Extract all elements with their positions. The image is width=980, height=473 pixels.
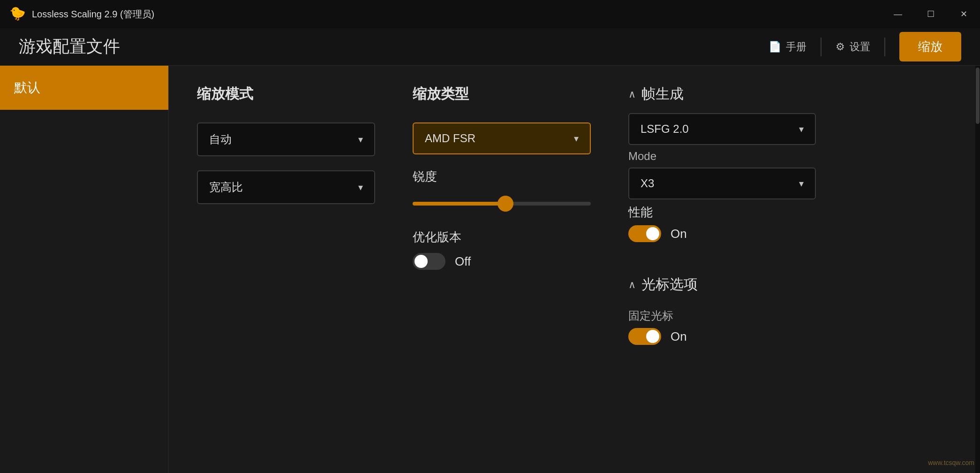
- manual-label: 手册: [786, 40, 807, 54]
- fg-dropdown-arrow: ▾: [799, 123, 804, 135]
- cursor-label: 光标选项: [641, 275, 698, 294]
- frame-gen-title: ∧ 帧生成: [628, 84, 816, 104]
- separator-2: [884, 38, 885, 56]
- manual-button[interactable]: 📄 手册: [769, 40, 807, 54]
- header: 游戏配置文件 📄 手册 ⚙ 设置 缩放: [0, 28, 980, 66]
- perf-toggle-label: On: [671, 227, 687, 241]
- version-toggle[interactable]: [413, 253, 445, 270]
- fg-dropdown[interactable]: LSFG 2.0 ▾: [628, 113, 816, 145]
- type-dropdown-value: AMD FSR: [425, 132, 475, 145]
- mode-dropdown-value: 自动: [209, 132, 232, 147]
- version-toggle-row: Off: [413, 253, 591, 270]
- close-button[interactable]: ✕: [947, 0, 980, 28]
- perf-toggle[interactable]: [628, 225, 661, 242]
- perf-label: 性能: [628, 204, 816, 221]
- mode-dropdown-arrow: ▾: [358, 134, 363, 145]
- scaling-mode-column: 缩放模式 自动 ▾ 宽高比 ▾: [197, 84, 375, 454]
- settings-button[interactable]: ⚙ 设置: [836, 40, 870, 54]
- cursor-title: ∧ 光标选项: [628, 275, 816, 294]
- mode-x3-value: X3: [641, 177, 654, 190]
- page-title: 游戏配置文件: [19, 35, 769, 58]
- mode-dropdown[interactable]: 自动 ▾: [197, 122, 375, 156]
- frame-gen-chevron: ∧: [628, 88, 636, 100]
- frame-gen-section: ∧ 帧生成 LSFG 2.0 ▾ Mode X3 ▾ 性能: [628, 84, 816, 242]
- cursor-chevron: ∧: [628, 279, 636, 291]
- settings-icon: ⚙: [836, 41, 845, 53]
- scale-button[interactable]: 缩放: [899, 32, 961, 61]
- fixed-cursor-toggle-label: On: [671, 329, 687, 344]
- frame-gen-label: 帧生成: [641, 84, 684, 104]
- title-bar: 🐤 Lossless Scaling 2.9 (管理员) — ☐ ✕: [0, 0, 980, 28]
- app-icon: 🐤: [9, 6, 26, 23]
- manual-icon: 📄: [769, 41, 781, 53]
- fg-dropdown-value: LSFG 2.0: [641, 122, 689, 136]
- ratio-dropdown[interactable]: 宽高比 ▾: [197, 170, 375, 204]
- version-toggle-knob: [415, 255, 428, 268]
- version-toggle-label: Off: [455, 254, 471, 269]
- main-layout: 默认 缩放模式 自动 ▾ 宽高比 ▾ 缩放类型 AMD FSR ▾ 锐度: [0, 66, 980, 473]
- watermark: www.tcsqw.com: [928, 458, 974, 467]
- ratio-dropdown-arrow: ▾: [358, 182, 363, 193]
- sharpness-slider-fill: [413, 202, 505, 206]
- right-column: ∧ 帧生成 LSFG 2.0 ▾ Mode X3 ▾ 性能: [628, 84, 816, 454]
- sharpness-slider-thumb[interactable]: [498, 196, 513, 212]
- mode-label: Mode: [628, 150, 816, 163]
- app-title: Lossless Scaling 2.9 (管理员): [32, 8, 154, 21]
- maximize-button[interactable]: ☐: [914, 0, 947, 28]
- scaling-type-title: 缩放类型: [413, 84, 591, 104]
- fixed-cursor-toggle[interactable]: [628, 328, 661, 345]
- perf-toggle-knob: [646, 227, 659, 240]
- fixed-cursor-toggle-row: On: [628, 328, 816, 345]
- header-actions: 📄 手册 ⚙ 设置 缩放: [769, 32, 961, 61]
- perf-toggle-row: On: [628, 225, 816, 242]
- mode-x3-arrow: ▾: [799, 178, 804, 189]
- scaling-type-column: 缩放类型 AMD FSR ▾ 锐度 优化版本: [413, 84, 591, 454]
- settings-label: 设置: [850, 40, 870, 54]
- sharpness-slider-track[interactable]: [413, 202, 591, 206]
- cursor-section: ∧ 光标选项 固定光标 On: [628, 275, 816, 345]
- type-dropdown-arrow: ▾: [574, 133, 579, 144]
- scrollbar-thumb[interactable]: [976, 68, 980, 124]
- sidebar-item-default[interactable]: 默认: [0, 66, 168, 110]
- mode-x3-dropdown[interactable]: X3 ▾: [628, 168, 816, 199]
- version-label: 优化版本: [413, 229, 591, 245]
- fixed-cursor-label: 固定光标: [628, 308, 816, 323]
- sidebar: 默认: [0, 66, 169, 473]
- fixed-cursor-toggle-knob: [646, 330, 659, 343]
- type-dropdown[interactable]: AMD FSR ▾: [413, 122, 591, 154]
- separator-1: [821, 38, 822, 56]
- sharpness-section: 锐度: [413, 168, 591, 215]
- minimize-button[interactable]: —: [882, 0, 914, 28]
- version-section: 优化版本 Off: [413, 229, 591, 270]
- window-controls: — ☐ ✕: [882, 0, 980, 28]
- ratio-dropdown-value: 宽高比: [209, 180, 243, 195]
- scrollbar[interactable]: [975, 66, 980, 473]
- content-area: 缩放模式 自动 ▾ 宽高比 ▾ 缩放类型 AMD FSR ▾ 锐度: [169, 66, 980, 473]
- scaling-mode-title: 缩放模式: [197, 84, 375, 104]
- sharpness-label: 锐度: [413, 168, 591, 185]
